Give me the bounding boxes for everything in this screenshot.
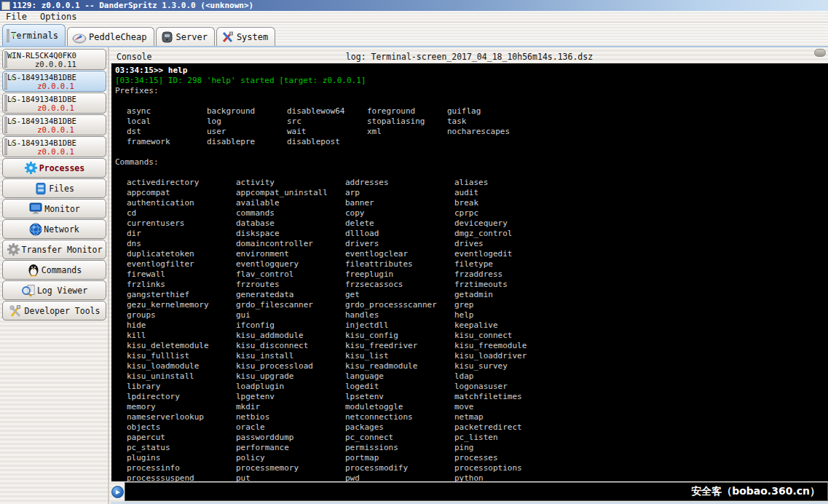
command-row-cell: lpdirectory	[127, 392, 236, 402]
terminal-session-item[interactable]: WIN-RL5CK4Q0FK0z0.0.0.11	[2, 49, 106, 70]
sidebar: WIN-RL5CK4Q0FK0z0.0.0.11LS-1849134B1DBEz…	[0, 47, 109, 504]
command-row: frzlinksfrzroutesfrzsecassocsfrztimeouts	[115, 280, 828, 290]
prefix-row-cell: background	[207, 106, 287, 117]
menu-options[interactable]: Options	[40, 12, 77, 22]
command-row-cell: loadplugin	[236, 382, 345, 392]
command-row-cell: freeplugin	[345, 269, 454, 280]
terminal-hostname: LS-1849134B1DBE	[7, 117, 104, 125]
menu-bar: FileOptions	[0, 11, 828, 23]
danderspritz-window: 1129: z0.0.0.1 -- DanderSpritz 1.3.0.0 (…	[0, 0, 828, 504]
console-output[interactable]: 03:34:15>> help[03:34:15] ID: 298 'help'…	[111, 63, 828, 481]
tab-terminals[interactable]: Terminals	[2, 24, 66, 46]
terminal-session-item[interactable]: LS-1849134B1DBEz0.0.0.1	[2, 114, 106, 135]
command-row-cell: flav_control	[236, 269, 345, 280]
command-row-cell: handles	[345, 310, 454, 320]
command-row-cell: dns	[127, 239, 236, 249]
command-row-cell: aliases	[454, 178, 564, 188]
command-row-cell: gangsterthief	[127, 290, 236, 300]
command-row: firewallflav_controlfreepluginfrzaddress	[115, 269, 828, 280]
command-row-cell: processoptions	[454, 463, 564, 473]
command-row-cell: activity	[236, 178, 345, 188]
commands-button[interactable]: Commands	[2, 260, 106, 280]
command-row-cell: firewall	[127, 269, 236, 280]
prefix-row-cell: foreground	[367, 106, 447, 117]
blank-line	[115, 168, 828, 178]
command-row-cell: processes	[454, 453, 564, 463]
sidebar-button-label: Files	[49, 184, 74, 194]
terminal-hostname: LS-1849134B1DBE	[7, 95, 104, 103]
tab-label: Terminals	[11, 31, 58, 41]
console-prompt-line: 03:34:15>> help	[115, 66, 828, 76]
prefix-row-cell: stopaliasing	[367, 117, 447, 127]
terminal-address: z0.0.0.1	[7, 125, 104, 134]
transfer-gear-icon	[7, 243, 20, 256]
prefix-row-cell: disablepre	[207, 137, 287, 147]
command-row-cell: kisu_loadmodule	[127, 361, 236, 371]
command-row-cell: database	[236, 218, 345, 229]
command-row-cell: environment	[236, 249, 345, 259]
panel-minimize-button[interactable]	[814, 49, 826, 57]
log-viewer-button[interactable]: Log Viewer	[2, 280, 106, 300]
command-row-cell: eventlogfilter	[127, 259, 236, 269]
tab-label: PeddleCheap	[89, 32, 146, 42]
watermark-text: 安全客（bobao.360.cn）	[691, 485, 820, 498]
blank-line	[115, 96, 828, 106]
command-row-cell: mkdir	[236, 402, 345, 412]
command-row-cell: kisu_fulllist	[127, 351, 236, 361]
command-row: kisu_loadmodulekisu_processloadkisu_read…	[115, 361, 828, 371]
command-row-cell: eventlogquery	[236, 259, 345, 269]
command-row: authenticationavailablebannerbreak	[115, 198, 828, 208]
command-row-cell: getadmin	[454, 290, 564, 300]
processes-button[interactable]: Processes	[2, 158, 106, 178]
command-input[interactable]: 安全客（bobao.360.cn）	[125, 482, 828, 501]
terminal-address: z0.0.0.11	[7, 60, 104, 68]
tab-peddlecheap[interactable]: PeddleCheap	[67, 27, 154, 46]
tab-server[interactable]: Server	[156, 27, 215, 46]
command-row-cell: kisu_connect	[454, 331, 564, 341]
tab-system[interactable]: System	[216, 27, 275, 46]
terminal-session-item[interactable]: LS-1849134B1DBEz0.0.0.1	[2, 92, 106, 114]
prefix-row-cell: disablepost	[287, 137, 367, 147]
command-row: kisu_deletemodulekisu_disconnectkisu_fre…	[115, 341, 828, 351]
command-row: lpdirectorylpgetenvlpsetenvmatchfiletime…	[115, 392, 828, 402]
command-row-cell: copy	[345, 208, 454, 218]
terminal-session-item[interactable]: LS-1849134B1DBEz0.0.0.1	[2, 136, 106, 157]
console-panel: Console log: Terminal-screen_2017_04_18_…	[111, 47, 828, 504]
command-row-cell: authentication	[127, 198, 236, 208]
command-row-cell: generatedata	[236, 290, 345, 300]
network-button[interactable]: Network	[2, 219, 106, 239]
run-command-icon[interactable]	[111, 486, 124, 498]
menu-file[interactable]: File	[6, 12, 27, 22]
command-row: activedirectoryactivityaddressesaliases	[115, 178, 828, 188]
globe-icon	[29, 223, 42, 236]
command-row-cell: plugins	[127, 453, 236, 463]
command-row-cell: ldap	[454, 371, 564, 382]
dev-tools-icon	[9, 304, 23, 318]
files-icon	[34, 182, 47, 195]
command-row-cell: put	[236, 473, 345, 481]
command-row-cell: ping	[454, 443, 564, 453]
terminal-hostname: LS-1849134B1DBE	[7, 73, 104, 82]
command-row-cell: banner	[345, 198, 454, 208]
files-button[interactable]: Files	[2, 178, 106, 198]
command-row: pluginspolicyportmapprocesses	[115, 453, 828, 463]
sidebar-button-label: Transfer Monitor	[22, 245, 103, 255]
developer-tools-button[interactable]: Developer Tools	[2, 301, 106, 320]
command-row-cell: commands	[236, 208, 345, 218]
command-row-cell: processmodify	[345, 463, 454, 473]
command-row-cell: kisu_processload	[236, 361, 345, 371]
command-row-cell: kisu_install	[236, 351, 345, 361]
monitor-button[interactable]: Monitor	[2, 199, 106, 218]
command-row-cell: kisu_freemodule	[454, 341, 564, 351]
command-row-cell: eventlogclear	[345, 249, 454, 259]
command-row-cell: cd	[127, 208, 236, 218]
command-row-cell: dllload	[345, 229, 454, 239]
transfer-monitor-button[interactable]: Transfer Monitor	[2, 240, 106, 259]
command-row-cell: frzroutes	[236, 280, 345, 290]
command-row: kisu_fulllistkisu_installkisu_listkisu_l…	[115, 351, 828, 361]
prefix-row-cell: log	[207, 117, 287, 127]
command-row-cell: nameserverlookup	[127, 412, 236, 422]
terminal-session-item[interactable]: LS-1849134B1DBEz0.0.0.1	[2, 71, 106, 92]
command-row-cell: netbios	[236, 412, 345, 422]
command-row-cell: keepalive	[454, 320, 564, 331]
